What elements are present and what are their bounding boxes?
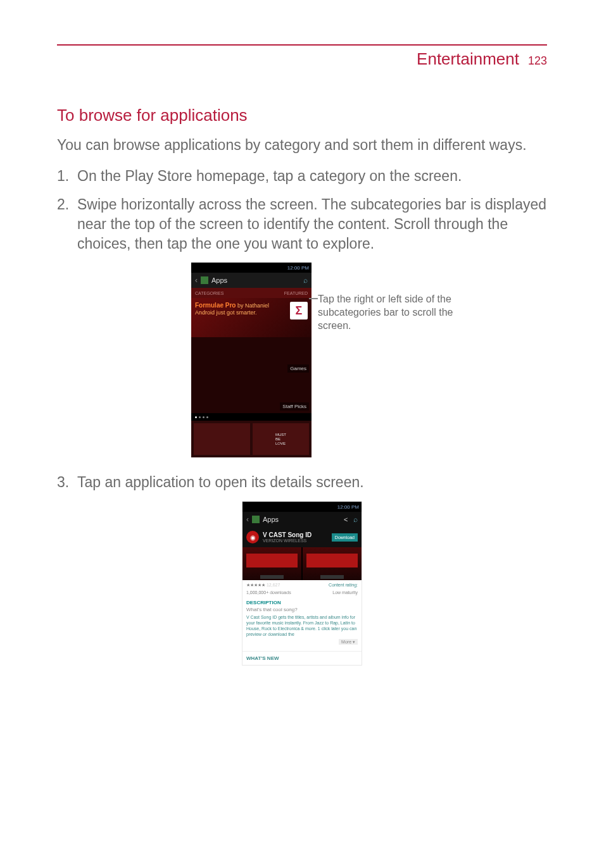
status-time: 12:00 PM <box>337 504 359 510</box>
tile[interactable]: MUST BE LOVE <box>253 423 309 455</box>
rating-count: 12,627 <box>267 583 280 587</box>
maturity-label: Low maturity <box>332 590 358 595</box>
callout-leader-line <box>309 298 318 299</box>
header-section-title: Entertainment <box>417 49 519 69</box>
titlebar-title: Apps <box>211 276 227 284</box>
step-2: 2. Swipe horizontally across the screen.… <box>57 195 547 254</box>
subcat-left[interactable]: CATEGORIES <box>195 291 223 295</box>
step-number: 2. <box>57 195 72 254</box>
description-tagline: What's that cool song? <box>242 607 362 615</box>
page-header: Entertainment 123 <box>57 49 547 69</box>
back-icon[interactable]: ‹ <box>195 276 198 285</box>
tile[interactable] <box>194 423 250 455</box>
app-title: V CAST Song ID <box>263 531 311 538</box>
screenshot-thumb[interactable] <box>242 547 301 580</box>
status-time: 12:00 PM <box>287 265 309 271</box>
content-rating-label: Content rating: <box>329 583 358 588</box>
more-row: More ▾ <box>242 640 362 648</box>
titlebar-title: Apps <box>263 516 279 523</box>
promo-banner[interactable]: Formulae Pro by Nathaniel Android just g… <box>191 298 311 337</box>
downloads-row: 1,000,000+ downloads Low maturity <box>242 590 362 597</box>
step-1: 1. On the Play Store homepage, tap a cat… <box>57 166 547 186</box>
search-icon[interactable]: ⌕ <box>303 276 308 285</box>
play-store-icon <box>252 516 260 523</box>
header-page-number: 123 <box>528 54 547 68</box>
step-number: 3. <box>57 473 72 492</box>
callout: Tap the right or left side of the subcat… <box>318 263 457 457</box>
downloads-count: 1,000,000+ downloads <box>246 590 291 595</box>
page-indicator <box>191 413 311 421</box>
step-text: Swipe horizontally across the screen. Th… <box>77 195 547 254</box>
whats-new-heading: WHAT'S NEW <box>242 651 362 665</box>
more-button[interactable]: More ▾ <box>339 639 358 645</box>
category-panel-games[interactable]: Games <box>191 337 311 375</box>
play-store-icon <box>201 276 208 284</box>
description-heading: DESCRIPTION <box>242 597 362 607</box>
callout-text: Tap the right or left side of the subcat… <box>318 294 453 331</box>
screenshot-thumb[interactable] <box>303 547 362 580</box>
step-text: On the Play Store homepage, tap a catego… <box>77 166 547 186</box>
step-3: 3. Tap an application to open its detail… <box>57 473 547 492</box>
rating-row: ★★★★★ 12,627 Content rating: <box>242 580 362 590</box>
subcat-right[interactable]: FEATURED <box>284 291 308 295</box>
header-rule <box>57 44 547 46</box>
bottom-tiles[interactable]: MUST BE LOVE <box>191 421 311 457</box>
figure-1: 12:00 PM ‹ Apps ⌕ CATEGORIES FEATURED Fo… <box>57 263 547 457</box>
step-text: Tap an application to open its details s… <box>77 473 547 492</box>
download-button[interactable]: Download <box>332 533 358 542</box>
star-rating: ★★★★★ <box>246 583 265 587</box>
status-bar: 12:00 PM <box>242 502 362 512</box>
description-body: V Cast Song ID gets the titles, artists … <box>242 615 362 640</box>
sigma-app-icon: Σ <box>290 302 308 319</box>
screenshots-row[interactable] <box>242 547 362 580</box>
panel-label: Staff Picks <box>280 402 309 411</box>
category-panel-staff-picks[interactable]: Staff Picks <box>191 375 311 413</box>
panel-label: Games <box>287 364 309 373</box>
app-titlebar: ‹ Apps < ⌕ <box>242 512 362 527</box>
app-titlebar: ‹ Apps ⌕ <box>191 273 311 288</box>
step-number: 1. <box>57 166 72 186</box>
app-header-row: ◉ V CAST Song ID VERIZON WIRELESS Downlo… <box>242 527 362 547</box>
phone-screenshot-apps: 12:00 PM ‹ Apps ⌕ CATEGORIES FEATURED Fo… <box>191 263 311 457</box>
intro-paragraph: You can browse applications by category … <box>57 135 547 155</box>
status-bar: 12:00 PM <box>191 263 311 273</box>
figure-2: 12:00 PM ‹ Apps < ⌕ ◉ V CAST Song ID VER… <box>57 501 547 666</box>
app-publisher: VERIZON WIRELESS <box>263 538 311 543</box>
search-icon[interactable]: ⌕ <box>353 515 358 524</box>
share-icon[interactable]: < <box>344 516 348 523</box>
promo-text: Formulae Pro by Nathaniel Android just g… <box>195 302 269 316</box>
section-heading: To browse for applications <box>57 106 547 125</box>
app-icon: ◉ <box>246 531 259 543</box>
phone-screenshot-detail: 12:00 PM ‹ Apps < ⌕ ◉ V CAST Song ID VER… <box>242 501 362 666</box>
tile-label: MUST BE LOVE <box>275 433 286 445</box>
subcategories-bar[interactable]: CATEGORIES FEATURED <box>191 288 311 298</box>
back-icon[interactable]: ‹ <box>246 515 249 524</box>
